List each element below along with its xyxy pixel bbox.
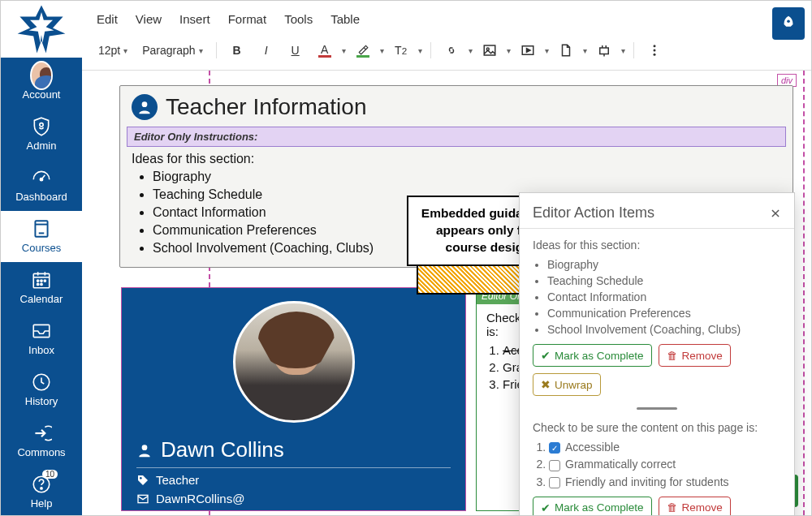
- help-badge: 10: [42, 470, 58, 479]
- person-icon: [132, 94, 158, 120]
- svg-point-28: [653, 54, 655, 56]
- svg-point-13: [41, 283, 42, 285]
- nav-label: Help: [31, 497, 53, 510]
- svg-point-12: [37, 283, 39, 285]
- svg-point-10: [41, 280, 42, 282]
- fontsize-select[interactable]: 12pt▾: [93, 41, 132, 60]
- menu-insert[interactable]: Insert: [179, 12, 210, 26]
- editor-toolbar: 12pt▾ Paragraph▾ B I U A ▾ ▾ T2 ▾ ▾ ▾ ▾ …: [82, 34, 811, 71]
- nav-inbox[interactable]: Inbox: [1, 313, 82, 364]
- checklist-item[interactable]: Friendly and inviting for students: [549, 475, 781, 488]
- image-button[interactable]: [477, 39, 502, 62]
- svg-point-11: [44, 280, 45, 282]
- list-item: Teaching Schedule: [547, 274, 781, 287]
- bold-button[interactable]: B: [225, 39, 249, 62]
- highlighter-icon: [356, 44, 369, 55]
- nav-help[interactable]: 10 Help: [1, 467, 82, 516]
- chevron-down-icon[interactable]: ▾: [342, 46, 346, 55]
- close-button[interactable]: [770, 208, 781, 219]
- help-icon: 10: [30, 473, 53, 496]
- nav-history[interactable]: History: [1, 364, 82, 415]
- svg-point-0: [40, 123, 43, 127]
- svg-point-26: [653, 45, 655, 47]
- calendar-icon: [30, 269, 53, 291]
- trash-icon: 🗑: [667, 350, 678, 362]
- profile-card: Card Dawn Collins Teacher DawnRColl: [121, 287, 466, 511]
- more-button[interactable]: [642, 39, 667, 62]
- design-tools-button[interactable]: [772, 7, 805, 40]
- editor-only-header: Editor Only Instructions:: [127, 127, 786, 147]
- chevron-down-icon[interactable]: ▾: [380, 46, 384, 55]
- chevron-down-icon[interactable]: ▾: [621, 46, 625, 55]
- tag-icon: [136, 474, 149, 487]
- checklist-intro: Check to be sure the content on this pag…: [533, 421, 781, 434]
- checklist-item[interactable]: ✓Accessible: [549, 441, 781, 454]
- profile-role: Teacher: [156, 473, 199, 487]
- remove-button[interactable]: 🗑Remove: [659, 344, 731, 367]
- svg-rect-22: [599, 48, 608, 54]
- mark-complete-button[interactable]: ✔Mark as Complete: [533, 344, 652, 367]
- trash-icon: 🗑: [667, 501, 678, 514]
- chevron-down-icon[interactable]: ▾: [545, 46, 549, 55]
- list-item: Biography: [547, 258, 781, 271]
- nav-commons[interactable]: Commons: [1, 415, 82, 467]
- menu-edit[interactable]: Edit: [97, 12, 118, 26]
- nav-label: Inbox: [28, 344, 54, 356]
- italic-button[interactable]: I: [254, 39, 279, 62]
- nav-label: Calendar: [20, 293, 63, 305]
- profile-name: Dawn Collins: [161, 437, 284, 462]
- editor-menubar: Edit View Insert Format Tools Table: [82, 1, 811, 34]
- menu-format[interactable]: Format: [228, 12, 267, 26]
- remove-button[interactable]: 🗑Remove: [659, 497, 731, 515]
- shield-icon: [30, 115, 53, 138]
- svg-point-31: [140, 477, 142, 479]
- link-button[interactable]: [439, 39, 464, 62]
- blocktype-select[interactable]: Paragraph▾: [137, 41, 207, 60]
- menu-view[interactable]: View: [136, 12, 162, 26]
- svg-rect-2: [35, 221, 47, 237]
- menu-table[interactable]: Table: [330, 12, 360, 26]
- nav-label: Dashboard: [15, 191, 67, 203]
- nav-account[interactable]: Account: [1, 58, 82, 109]
- check-icon: ✔: [541, 349, 551, 362]
- highlight-button[interactable]: [351, 39, 375, 62]
- gauge-icon: [30, 166, 53, 189]
- chevron-down-icon[interactable]: ▾: [507, 46, 511, 55]
- profile-photo: [233, 301, 355, 423]
- media-icon: [520, 43, 535, 58]
- chevron-down-icon: ▾: [199, 46, 203, 55]
- checkbox-checked-icon[interactable]: ✓: [549, 442, 560, 454]
- unwrap-button[interactable]: ✖Unwrap: [533, 373, 601, 396]
- menu-tools[interactable]: Tools: [284, 12, 313, 26]
- checkbox-icon[interactable]: [549, 460, 560, 471]
- apps-button[interactable]: [592, 39, 616, 62]
- underline-button[interactable]: U: [283, 39, 308, 62]
- chevron-down-icon[interactable]: ▾: [418, 46, 422, 55]
- chevron-down-icon[interactable]: ▾: [583, 46, 587, 55]
- superscript-button[interactable]: T2: [389, 39, 413, 62]
- image-icon: [482, 43, 497, 58]
- share-icon: [30, 422, 53, 445]
- svg-point-29: [142, 101, 148, 107]
- chevron-down-icon: ▾: [123, 46, 127, 55]
- nav-label: Account: [23, 88, 61, 101]
- chevron-down-icon[interactable]: ▾: [469, 46, 473, 55]
- checklist-item[interactable]: Grammatically correct: [549, 458, 781, 471]
- mark-complete-button[interactable]: ✔Mark as Complete: [533, 497, 652, 515]
- document-button[interactable]: [554, 39, 578, 62]
- nav-label: Commons: [17, 446, 65, 458]
- rocket-icon: [780, 15, 797, 32]
- check-icon: ✔: [541, 501, 551, 514]
- nav-calendar[interactable]: Calendar: [1, 262, 82, 313]
- nav-admin[interactable]: Admin: [1, 109, 82, 160]
- media-button[interactable]: [516, 39, 540, 62]
- svg-point-17: [41, 488, 42, 489]
- divider: [430, 42, 431, 58]
- separator: [637, 407, 677, 410]
- close-icon: [770, 208, 781, 219]
- text-color-button[interactable]: A: [313, 39, 337, 62]
- more-vertical-icon: [647, 43, 662, 58]
- nav-courses[interactable]: Courses: [1, 211, 82, 262]
- nav-dashboard[interactable]: Dashboard: [1, 160, 82, 211]
- checkbox-icon[interactable]: [549, 477, 560, 488]
